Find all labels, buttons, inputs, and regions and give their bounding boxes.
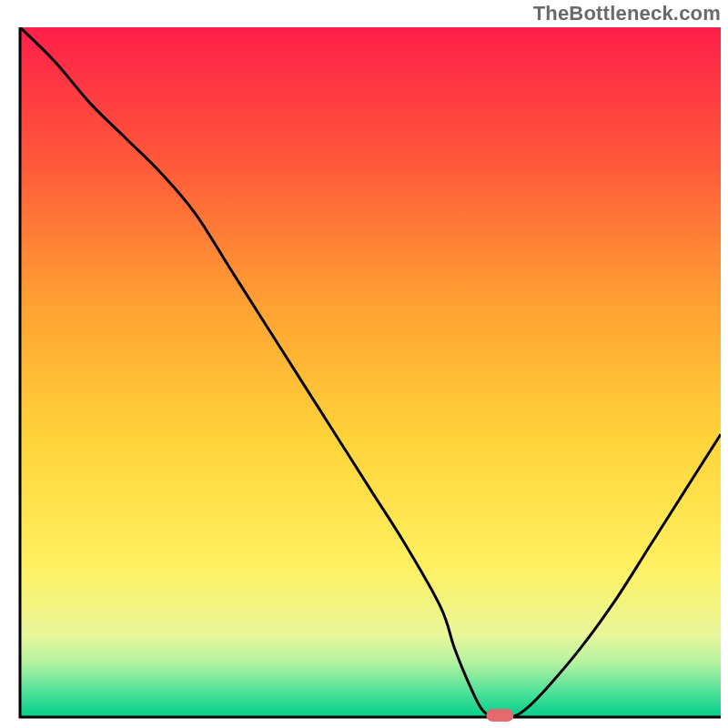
watermark-label: TheBottleneck.com xyxy=(533,2,721,25)
chart-container: TheBottleneck.com xyxy=(0,0,728,728)
plot-background xyxy=(20,27,721,717)
minimum-marker xyxy=(486,709,513,722)
bottleneck-chart xyxy=(0,0,728,728)
